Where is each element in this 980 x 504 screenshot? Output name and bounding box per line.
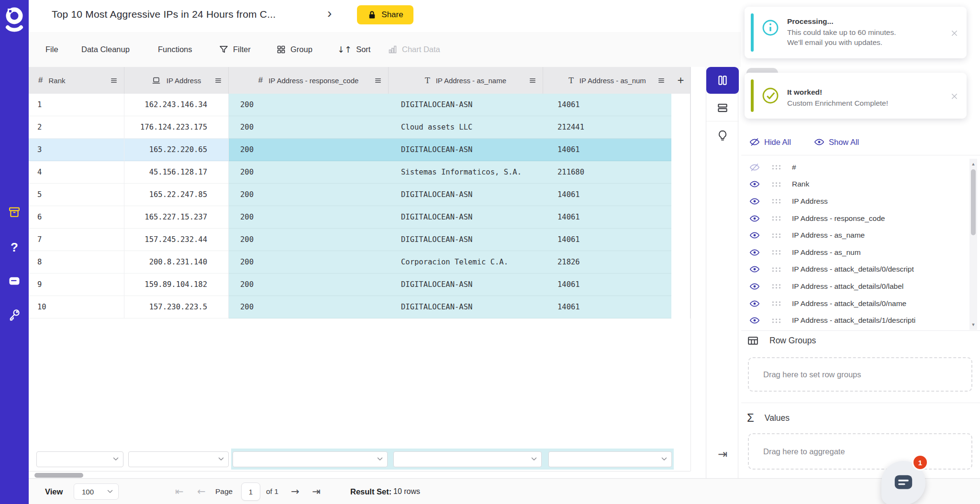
column-menu-icon[interactable] [110, 76, 118, 85]
eye-icon[interactable] [749, 298, 760, 309]
column-menu-icon[interactable] [528, 76, 537, 85]
table-row[interactable]: 1162.243.146.34200DIGITALOCEAN-ASN14061 [29, 94, 690, 116]
cell-ip: 165.22.247.85 [124, 184, 229, 206]
drag-handle-icon[interactable] [771, 300, 782, 307]
tab-insights[interactable] [706, 121, 739, 149]
values-dropzone[interactable]: Drag here to aggregate [748, 433, 972, 470]
next-page-button[interactable]: → [291, 479, 300, 504]
drag-handle-icon[interactable] [771, 318, 782, 324]
help-icon[interactable]: ? [11, 240, 18, 255]
hide-all-button[interactable]: Hide All [749, 137, 791, 147]
page-number-input[interactable] [241, 482, 260, 501]
filter-select-as-num[interactable] [548, 451, 672, 467]
eye-icon[interactable] [749, 196, 760, 207]
gigasheet-logo[interactable] [4, 5, 25, 36]
column-list-item[interactable]: IP Address - attack_details/1/descripti [741, 312, 969, 329]
filter-select-ip-address[interactable] [128, 451, 229, 467]
table-row[interactable]: 8200.8.231.140200Corporacion Telemic C.A… [29, 251, 690, 274]
table-row[interactable]: 5165.22.247.85200DIGITALOCEAN-ASN14061 [29, 184, 690, 206]
menu-group[interactable]: Group [276, 32, 312, 67]
eye-icon[interactable] [749, 281, 760, 292]
collapse-panel-icon[interactable]: ⇥ [706, 448, 739, 461]
column-header-as-num[interactable]: TIP Address - as_num [543, 67, 671, 94]
column-list-item[interactable]: IP Address - attack_details/0/name [741, 295, 969, 312]
column-list-item[interactable]: IP Address [741, 193, 969, 210]
eye-icon[interactable] [749, 315, 760, 326]
cell-as-num: 211680 [543, 161, 671, 184]
column-menu-icon[interactable] [214, 76, 223, 85]
table-row[interactable]: 9159.89.104.182200DIGITALOCEAN-ASN14061 [29, 274, 690, 296]
show-all-button[interactable]: Show All [814, 137, 859, 147]
filter-select-as-name[interactable] [393, 451, 542, 467]
column-list-item[interactable]: IP Address - as_name [741, 227, 969, 244]
horizontal-scrollbar[interactable] [29, 471, 690, 478]
table-row-selected[interactable]: 3165.22.220.65200DIGITALOCEAN-ASN14061 [29, 139, 690, 161]
table-row[interactable]: 7157.245.232.44200DIGITALOCEAN-ASN14061 [29, 229, 690, 251]
drag-handle-icon[interactable] [771, 249, 782, 255]
table-row[interactable]: 445.156.128.17200Sistemas Informaticos, … [29, 161, 690, 184]
filter-select-response-code[interactable] [233, 451, 388, 467]
row-groups-dropzone[interactable]: Drag here to set row groups [748, 357, 972, 392]
column-list-item[interactable]: IP Address - response_code [741, 210, 969, 227]
feedback-chat-icon[interactable] [8, 274, 21, 288]
column-list-scrollbar[interactable]: ▲ ▼ [969, 159, 977, 330]
chat-icon [893, 473, 914, 493]
tab-filters[interactable] [706, 94, 739, 121]
eye-off-icon[interactable] [749, 162, 760, 173]
add-column-button[interactable]: + [671, 67, 690, 94]
column-menu-icon[interactable] [374, 76, 382, 85]
column-header-response-code[interactable]: #IP Address - response_code [229, 67, 389, 94]
column-header-as-name[interactable]: TIP Address - as_name [389, 67, 543, 94]
eye-icon[interactable] [749, 230, 760, 241]
scroll-up-icon[interactable]: ▲ [969, 162, 977, 166]
drag-handle-icon[interactable] [771, 266, 782, 273]
column-list-item[interactable]: IP Address - attack_details/0/label [741, 278, 969, 295]
prev-page-button[interactable]: ← [197, 479, 206, 504]
column-list-item[interactable]: # [741, 159, 969, 176]
scroll-down-icon[interactable]: ▼ [969, 322, 977, 327]
cell-as-name: DIGITALOCEAN-ASN [389, 206, 543, 229]
table-row[interactable]: 6165.227.15.237200DIGITALOCEAN-ASN14061 [29, 206, 690, 229]
first-page-button[interactable]: ⇤ [175, 479, 184, 504]
close-icon[interactable] [950, 29, 959, 38]
menu-sort[interactable]: ↓↑ Sort [337, 32, 370, 67]
library-archive-icon[interactable] [8, 206, 21, 219]
menu-filter[interactable]: Filter [219, 32, 251, 67]
menu-functions[interactable]: Functions [158, 32, 192, 67]
close-icon[interactable] [950, 92, 959, 101]
menu-data-cleanup[interactable]: Data Cleanup [81, 32, 130, 67]
page-size-select[interactable]: 100 [74, 483, 119, 500]
drag-handle-icon[interactable] [771, 215, 782, 221]
eye-icon[interactable] [749, 264, 760, 274]
table-row[interactable]: 10157.230.223.5200DIGITALOCEAN-ASN14061 [29, 296, 690, 318]
eye-icon[interactable] [749, 213, 760, 224]
eye-icon[interactable] [749, 247, 760, 258]
drag-handle-icon[interactable] [771, 198, 782, 204]
ip-type-icon [152, 76, 161, 85]
filter-select-rank[interactable] [36, 451, 123, 467]
drag-handle-icon[interactable] [771, 232, 782, 239]
cell-as-name: DIGITALOCEAN-ASN [389, 94, 543, 116]
share-button[interactable]: Share [357, 5, 413, 24]
drag-handle-icon[interactable] [771, 283, 782, 289]
menu-file[interactable]: File [45, 32, 58, 67]
last-page-button[interactable]: ⇥ [312, 479, 321, 504]
column-list-item[interactable]: Rank [741, 176, 969, 193]
column-header-rank[interactable]: #Rank [29, 67, 124, 94]
table-row[interactable]: 2176.124.223.175200Cloud assets LLC21244… [29, 116, 690, 139]
scrollbar-thumb[interactable] [971, 169, 976, 235]
eye-off-icon [749, 137, 760, 147]
cell-rank: 2 [29, 116, 124, 139]
column-list-item[interactable]: IP Address - attack_details/0/descript [741, 261, 969, 278]
drag-handle-icon[interactable] [771, 164, 782, 170]
horizontal-scrollbar-thumb[interactable] [34, 473, 83, 478]
column-menu-icon[interactable] [657, 76, 666, 85]
menu-chart-data[interactable]: Chart Data [388, 32, 440, 67]
title-expand-chevron-icon[interactable]: › [327, 6, 332, 21]
tab-columns[interactable] [706, 67, 739, 94]
drag-handle-icon[interactable] [771, 181, 782, 187]
column-list-item[interactable]: IP Address - as_num [741, 244, 969, 261]
eye-icon[interactable] [749, 179, 760, 189]
column-header-ip-address[interactable]: IP Address [124, 67, 229, 94]
api-key-icon[interactable] [8, 308, 21, 321]
